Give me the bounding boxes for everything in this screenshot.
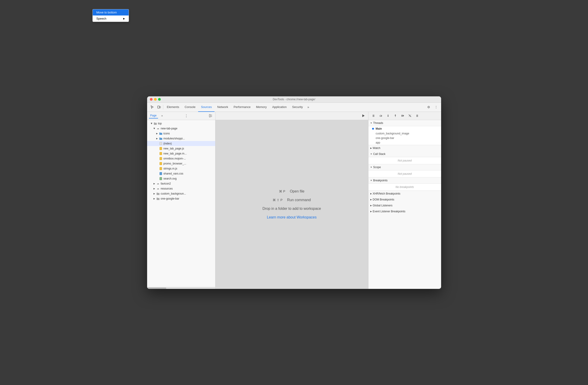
folder-icon-modules [159,137,163,140]
callstack-title: Call Stack [373,152,385,156]
breakpoints-content: No breakpoints [368,183,441,191]
event-section-header[interactable]: ▶ Event Listener Breakpoints [368,209,441,214]
xhr-section-header[interactable]: ▶ XHR/fetch Breakpoints [368,191,441,197]
p-key-2: P [280,198,282,202]
dom-section-header[interactable]: ▶ DOM Breakpoints [368,197,441,203]
global-section-header[interactable]: ▶ Global Listeners [368,203,441,209]
p-key: P [283,190,285,193]
tree-item-top[interactable]: ▶ top [147,121,215,126]
close-button[interactable] [150,98,153,101]
file-tree: ▶ top ▶ ☁ new-tab-page ▶ [147,120,215,287]
minimize-button[interactable] [154,98,157,101]
expand-panel-icon[interactable]: » [159,113,165,118]
device-icon [157,105,161,109]
tab-security[interactable]: Security [290,103,306,112]
thread-custom-bg[interactable]: custom_background_image [368,131,441,136]
breakpoints-section-header[interactable]: ▼ Breakpoints [368,177,441,183]
scope-title: Scope [373,166,381,169]
step-out-icon [394,114,397,118]
file-icon-css [159,172,163,175]
open-file-label: Open file [290,189,304,193]
nav-tabs: Elements Console Sources Network Perform… [164,103,426,112]
maximize-button[interactable] [158,98,161,101]
main-content: Page » ⋮ ▶ [147,112,441,289]
tree-label-icons: icons [164,132,170,135]
tree-item-icons[interactable]: ▶ icons [147,131,215,136]
watch-section-header[interactable]: ▶ Watch [368,145,441,151]
cloud-folder-icon-favicon2: ☁ [156,182,160,185]
thread-app[interactable]: app [368,140,441,145]
pause-on-exception-button[interactable]: ⏸ [414,112,420,119]
page-tab[interactable]: Page [149,113,158,118]
step-out-button[interactable] [392,112,399,119]
shift-key: ⇧ [277,198,279,202]
tab-sources[interactable]: Sources [198,103,214,112]
tree-item-resources[interactable]: ▶ ☁ resources [147,186,215,191]
tab-performance[interactable]: Performance [231,103,253,112]
step-into-button[interactable] [385,112,391,119]
callstack-section-header[interactable]: ▼ Call Stack [368,151,441,157]
threads-section-header[interactable]: ▼ Threads [368,120,441,126]
play-button[interactable] [360,112,366,119]
threads-content: Main custom_background_image one-google-… [368,126,441,145]
tab-application[interactable]: Application [269,103,290,112]
tree-item-css[interactable]: ▶ shared_vars.css [147,171,215,176]
inspect-element-button[interactable] [149,104,155,110]
event-title: Event Listener Breakpoints [373,210,405,213]
tree-label-top: top [158,122,162,125]
svg-marker-23 [403,115,404,117]
tree-item-strings[interactable]: ▶ strings.m.js [147,166,215,171]
svg-rect-10 [160,162,162,165]
watch-arrow: ▶ [370,147,372,149]
tree-label-resources: resources [161,187,173,190]
device-toolbar-button[interactable] [156,104,162,110]
scope-section-header[interactable]: ▼ Scope [368,164,441,170]
tab-network[interactable]: Network [214,103,231,112]
tree-item-omnibox[interactable]: ▶ omnibox.mojom-... [147,156,215,161]
svg-rect-9 [160,157,162,160]
tree-label-favicon2: favicon2 [161,182,171,185]
workspace-drop-text: Drop in a folder to add to workspace [262,207,321,211]
thread-main[interactable]: Main [368,126,441,131]
more-options-button[interactable]: ⋮ [433,104,439,110]
tree-item-ogb[interactable]: ▶ one-google-bar [147,196,215,201]
scrollbar-thumb[interactable] [148,287,166,289]
tree-item-favicon2[interactable]: ▶ ☁ favicon2 [147,181,215,186]
folder-icon-custom-bg [156,192,160,195]
more-tabs-button[interactable]: » [306,104,311,110]
event-arrow: ▶ [370,210,372,213]
tree-arrow-modules: ▶ [155,137,159,140]
tab-console[interactable]: Console [182,103,198,112]
tree-item-modules[interactable]: ▶ modules/shoppi... [147,136,215,141]
thread-ogb[interactable]: one-google-bar [368,136,441,140]
tree-arrow-top: ▶ [150,122,153,125]
sidebar-toggle-icon [209,114,212,118]
callstack-empty: Not paused [368,157,441,164]
run-command-label: Run command [287,198,311,202]
svg-rect-2 [209,114,210,117]
tree-item-ntp-js[interactable]: ▶ new_tab_page.js [147,146,215,151]
tab-elements[interactable]: Elements [164,103,182,112]
file-icon-ntp-js [159,147,163,150]
tree-item-custom-bg[interactable]: ▶ custom_backgroun... [147,191,215,196]
settings-button[interactable]: ⚙ [426,104,432,110]
tree-item-promo[interactable]: ▶ promo_browser_... [147,161,215,166]
continue-button[interactable] [399,112,406,119]
pause-button[interactable]: ⏸ [370,112,377,119]
file-icon-promo [159,162,163,165]
tree-item-svg[interactable]: ▶ search.svg [147,176,215,181]
tree-item-new-tab-page[interactable]: ▶ ☁ new-tab-page [147,126,215,131]
workspace-learn-more-link[interactable]: Learn more about Workspaces [267,215,316,219]
svg-rect-1 [160,107,161,108]
tree-item-ntp-m[interactable]: ▶ new_tab_page.m... [147,151,215,156]
tree-arrow-ntp: ▶ [153,127,156,130]
toolbar-left-icons [149,104,162,110]
deactivate-button[interactable] [407,112,413,119]
thread-ogb-label: one-google-bar [376,136,394,140]
tree-item-index[interactable]: ▶ (index) [147,141,215,146]
step-over-button[interactable] [378,112,384,119]
horizontal-scrollbar[interactable] [147,287,215,289]
tab-memory[interactable]: Memory [253,103,269,112]
panel-toggle-icon[interactable] [208,113,213,118]
panel-more-button[interactable]: ⋮ [184,113,189,118]
